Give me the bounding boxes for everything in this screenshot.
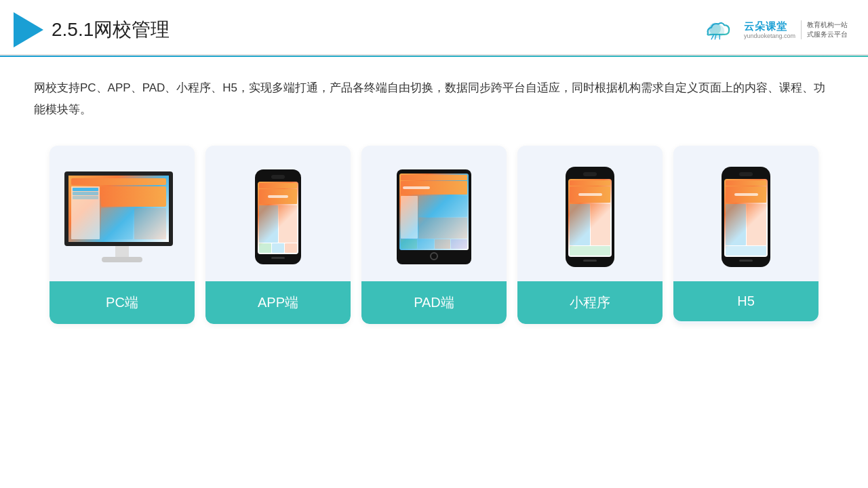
card-pc-image xyxy=(50,146,195,281)
card-pc: PC端 xyxy=(50,146,195,324)
card-app: APP端 xyxy=(205,146,351,324)
page-header: 2.5.1网校管理 云朵课堂 yunduoketang.com 教育机构一站 式… xyxy=(0,0,868,56)
monitor-screen xyxy=(64,171,173,246)
phone-bar-h5 xyxy=(726,180,766,186)
tablet-screen-inner xyxy=(399,174,469,250)
logo-domain: yunduoketang.com xyxy=(744,33,795,40)
section-number: 2.5.1 xyxy=(52,19,94,40)
tablet-mockup xyxy=(397,169,471,264)
phone-bar-mini xyxy=(570,180,610,186)
cards-grid: PC端 xyxy=(34,146,834,324)
slogan-line2: 式服务云平台 xyxy=(807,30,848,38)
card-app-label: APP端 xyxy=(205,281,351,324)
title-text: 网校管理 xyxy=(94,19,170,40)
card-pc-label: PC端 xyxy=(50,281,195,324)
phone-screen-inner-mini xyxy=(568,179,612,257)
phone-bar xyxy=(259,183,297,188)
screen-bar xyxy=(71,178,166,185)
phone-notch xyxy=(271,175,285,179)
tablet-bar xyxy=(401,175,467,180)
logo-text: 云朵课堂 yunduoketang.com xyxy=(744,20,795,40)
logo-name: 云朵课堂 xyxy=(744,20,795,33)
slogan-line1: 教育机构一站 xyxy=(807,21,848,28)
card-pad-image xyxy=(361,146,507,281)
phone-screen-inner xyxy=(258,182,298,254)
monitor-base xyxy=(102,257,142,262)
card-h5: H5 xyxy=(673,146,818,324)
phone-mockup-app xyxy=(255,169,301,264)
card-h5-label: H5 xyxy=(673,281,818,321)
screen-content xyxy=(68,176,169,242)
phone-home-indicator-h5 xyxy=(739,260,753,262)
tablet-screen xyxy=(399,174,469,250)
card-h5-image xyxy=(673,146,818,281)
phone-screen xyxy=(258,182,298,254)
phone-home-indicator-mini xyxy=(583,260,597,262)
card-miniapp-image xyxy=(517,146,663,281)
description-text: 网校支持PC、APP、PAD、小程序、H5，实现多端打通，产品各终端自由切换，数… xyxy=(34,77,834,121)
card-pad: PAD端 xyxy=(361,146,507,324)
tablet-home-btn xyxy=(430,252,438,260)
phone-home-indicator xyxy=(271,257,285,259)
card-miniapp: 小程序 xyxy=(517,146,663,324)
phone-mockup-miniapp xyxy=(566,167,614,267)
monitor-neck xyxy=(115,246,129,257)
main-content: 网校支持PC、APP、PAD、小程序、H5，实现多端打通，产品各终端自由切换，数… xyxy=(0,57,868,338)
logo-slogan: 教育机构一站 式服务云平台 xyxy=(801,20,848,39)
card-app-image xyxy=(205,146,351,281)
pc-monitor-icon xyxy=(64,171,180,262)
phone-screen-inner-h5 xyxy=(724,179,768,257)
phone-screen-mini xyxy=(568,179,612,257)
page-title: 2.5.1网校管理 xyxy=(52,17,170,43)
phone-notch-mini xyxy=(583,172,597,176)
header-left: 2.5.1网校管理 xyxy=(14,12,170,47)
card-pad-label: PAD端 xyxy=(361,281,507,324)
card-miniapp-label: 小程序 xyxy=(517,281,663,324)
play-icon xyxy=(14,12,43,47)
phone-mockup-h5 xyxy=(722,167,770,267)
phone-notch-h5 xyxy=(739,172,753,176)
logo-area: 云朵课堂 yunduoketang.com 教育机构一站 式服务云平台 xyxy=(703,18,848,42)
phone-screen-h5 xyxy=(724,179,768,257)
cloud-logo-icon xyxy=(703,18,738,42)
